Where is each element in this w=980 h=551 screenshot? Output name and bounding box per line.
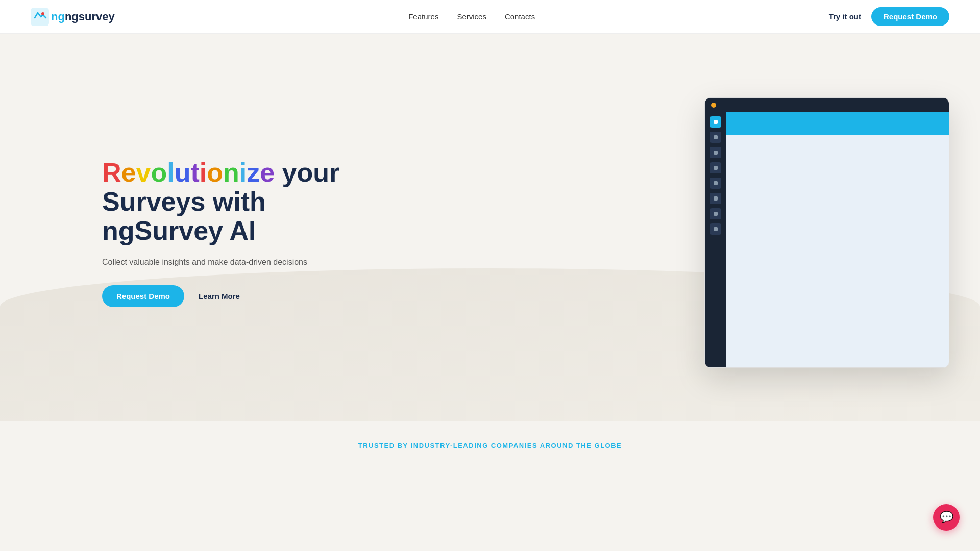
sidebar-icon-dot-7: [714, 212, 718, 216]
hero-subtitle: Collect valuable insights and make data-…: [102, 258, 339, 267]
sidebar-icon-dot-8: [714, 227, 718, 231]
app-sidebar: [705, 112, 726, 367]
svg-rect-0: [31, 8, 49, 26]
sidebar-icon-dot-2: [714, 135, 718, 139]
hero-request-demo-button[interactable]: Request Demo: [102, 285, 184, 307]
nav-links: Features Services Contacts: [408, 12, 535, 21]
hero-title-line3: ngSurvey AI: [102, 216, 256, 245]
titlebar-dot: [711, 103, 716, 108]
svg-point-1: [41, 12, 44, 15]
hero-app-screenshot-wrapper: [704, 97, 949, 368]
app-main-area: [726, 112, 949, 367]
nav-link-features[interactable]: Features: [408, 12, 438, 21]
trusted-section: TRUSTED BY INDUSTRY-LEADING COMPANIES AR…: [0, 421, 980, 460]
sidebar-icon-dot-3: [714, 151, 718, 155]
sidebar-icon-7[interactable]: [710, 208, 721, 219]
nav-item-contacts[interactable]: Contacts: [505, 12, 535, 21]
app-main-header: [726, 112, 949, 135]
hero-title-line2: Surveys with: [102, 187, 266, 216]
sidebar-icon-dot-6: [714, 196, 718, 201]
sidebar-icon-1[interactable]: [710, 116, 721, 128]
try-it-out-link[interactable]: Try it out: [829, 12, 861, 21]
app-body: [705, 112, 949, 367]
nav-item-features[interactable]: Features: [408, 12, 438, 21]
logo-text: ngngsurvey: [51, 10, 115, 23]
sidebar-icon-dot-1: [714, 120, 718, 124]
trusted-label: TRUSTED BY INDUSTRY-LEADING COMPANIES AR…: [31, 442, 949, 449]
app-main-content: [726, 135, 949, 367]
hero-title-rainbow: Revolutionize: [102, 158, 275, 187]
nav-request-demo-button[interactable]: Request Demo: [871, 7, 949, 26]
hero-buttons: Request Demo Learn More: [102, 285, 339, 307]
sidebar-icon-dot-5: [714, 181, 718, 185]
app-titlebar: [705, 98, 949, 112]
navbar: ngngsurvey Features Services Contacts Tr…: [0, 0, 980, 34]
hero-title: Revolutionize your Surveys with ngSurvey…: [102, 158, 339, 246]
logo-icon: [31, 8, 49, 26]
nav-link-contacts[interactable]: Contacts: [505, 12, 535, 21]
sidebar-icon-5[interactable]: [710, 178, 721, 189]
sidebar-icon-6[interactable]: [710, 193, 721, 204]
hero-section: Revolutionize your Surveys with ngSurvey…: [0, 34, 980, 421]
chat-bubble-button[interactable]: 💬: [933, 504, 960, 531]
nav-link-services[interactable]: Services: [457, 12, 486, 21]
sidebar-icon-8[interactable]: [710, 223, 721, 235]
sidebar-icon-4[interactable]: [710, 162, 721, 173]
nav-item-services[interactable]: Services: [457, 12, 486, 21]
app-screenshot: [704, 97, 949, 368]
hero-content: Revolutionize your Surveys with ngSurvey…: [102, 158, 339, 308]
sidebar-icon-dot-4: [714, 166, 718, 170]
sidebar-icon-3[interactable]: [710, 147, 721, 158]
learn-more-link[interactable]: Learn More: [199, 292, 240, 300]
sidebar-icon-2[interactable]: [710, 132, 721, 143]
nav-right: Try it out Request Demo: [829, 7, 949, 26]
logo[interactable]: ngngsurvey: [31, 8, 115, 26]
chat-icon: 💬: [940, 511, 953, 524]
